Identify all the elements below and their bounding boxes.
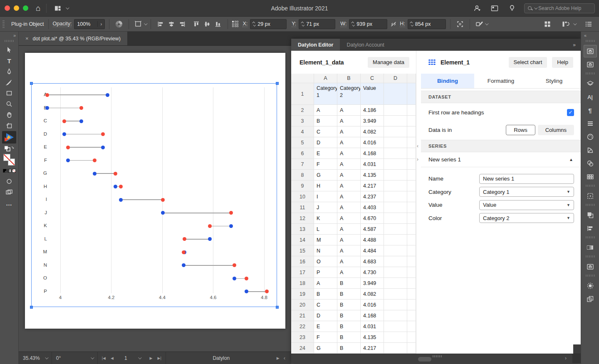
spreadsheet-cell[interactable]: A — [337, 170, 361, 181]
spreadsheet-cell[interactable]: 4.016 — [361, 137, 384, 148]
spreadsheet-cell[interactable]: A — [337, 126, 361, 137]
selection-tool[interactable] — [2, 45, 16, 55]
spreadsheet-cell[interactable]: 4.031 — [361, 321, 384, 332]
spreadsheet-cell[interactable] — [384, 267, 407, 278]
spreadsheet-cell[interactable] — [384, 116, 407, 126]
spreadsheet-cell[interactable]: A — [337, 116, 361, 126]
align-top-icon[interactable] — [191, 19, 202, 30]
spreadsheet-cell[interactable]: O — [314, 256, 337, 267]
series-accordion[interactable]: New series 1 ▲ — [421, 152, 581, 167]
drag-handle[interactable] — [586, 275, 595, 277]
opacity-label[interactable]: Opacity: — [53, 21, 72, 27]
lightbulb-icon[interactable] — [507, 3, 517, 14]
spreadsheet-cell[interactable]: 4.031 — [361, 159, 384, 170]
character-panel-button[interactable]: A| — [584, 91, 597, 103]
row-number-cell[interactable]: 14 — [291, 235, 314, 245]
spreadsheet-cell[interactable]: E — [314, 321, 337, 332]
spreadsheet-cell[interactable]: Category 2 — [337, 83, 361, 105]
spreadsheet-cell[interactable]: 4.730 — [361, 267, 384, 278]
drag-handle[interactable] — [586, 185, 595, 187]
h-field[interactable]: 854 px — [408, 19, 446, 29]
spreadsheet-cell[interactable] — [384, 310, 407, 321]
spreadsheet-cell[interactable]: A — [314, 105, 337, 116]
workspace-layout-icon[interactable] — [560, 19, 571, 30]
spreadsheet-cell[interactable]: 4.082 — [361, 126, 384, 137]
rectangle-tool[interactable] — [2, 88, 16, 99]
spreadsheet-cell[interactable] — [407, 278, 416, 289]
spreadsheet-cell[interactable]: A — [337, 202, 361, 213]
column-header-cell[interactable] — [407, 74, 416, 83]
spreadsheet-cell[interactable]: B — [314, 289, 337, 300]
spreadsheet-cell[interactable] — [407, 224, 416, 235]
w-label[interactable]: W: — [340, 21, 347, 27]
spreadsheet-cell[interactable] — [407, 321, 416, 332]
spreadsheet-cell[interactable] — [384, 256, 407, 267]
spreadsheet-cell[interactable] — [407, 300, 416, 310]
play-icon[interactable]: ▶ — [277, 356, 284, 360]
spreadsheet-cell[interactable] — [384, 300, 407, 310]
spreadsheet-cell[interactable] — [407, 267, 416, 278]
spreadsheet-cell[interactable]: A — [337, 213, 361, 224]
column-header-cell[interactable] — [291, 74, 314, 83]
graphic-styles-panel-button[interactable] — [584, 58, 597, 71]
spreadsheet-cell[interactable]: E — [314, 148, 337, 159]
column-header-cell[interactable]: D — [384, 74, 407, 83]
last-artboard-icon[interactable]: ▶| — [158, 356, 161, 360]
zoom-tool[interactable] — [2, 99, 16, 109]
help-button[interactable]: Help — [552, 57, 573, 68]
spreadsheet-cell[interactable] — [384, 148, 407, 159]
close-tab-icon[interactable]: × — [25, 35, 29, 42]
artboard-tool[interactable] — [2, 120, 16, 131]
spreadsheet-cell[interactable] — [384, 202, 407, 213]
image-trace-panel-button[interactable] — [584, 280, 597, 292]
spreadsheet-cell[interactable]: F — [314, 159, 337, 170]
spreadsheet-cell[interactable] — [384, 289, 407, 300]
spreadsheet-cell[interactable]: D — [314, 137, 337, 148]
select-chart-button[interactable]: Select chart — [509, 57, 547, 68]
y-label[interactable]: Y: — [292, 21, 296, 27]
tab-datylon-account[interactable]: Datylon Account — [340, 39, 391, 51]
fill-stroke-indicator[interactable] — [2, 154, 16, 165]
panel-scrollbar[interactable] — [573, 344, 581, 354]
row-number-cell[interactable]: 15 — [291, 245, 314, 256]
rotation-control[interactable]: 0° — [52, 352, 98, 364]
spreadsheet-cell[interactable] — [407, 116, 416, 126]
pen-tool[interactable] — [2, 66, 16, 77]
spreadsheet-cell[interactable]: F — [314, 332, 337, 343]
spreadsheet-cell[interactable]: B — [337, 289, 361, 300]
spreadsheet-cell[interactable]: 4.670 — [361, 213, 384, 224]
x-field[interactable]: 29 px — [250, 19, 287, 29]
chevron-left-icon[interactable]: ‹ — [284, 355, 291, 361]
recolor-artwork-icon[interactable] — [114, 19, 124, 30]
row-number-cell[interactable]: 16 — [291, 256, 314, 267]
spreadsheet-cell[interactable]: 4.403 — [361, 202, 384, 213]
row-number-cell[interactable]: 11 — [291, 202, 314, 213]
spreadsheet-cell[interactable]: B — [337, 343, 361, 354]
spreadsheet-cell[interactable]: J — [314, 202, 337, 213]
row-number-cell[interactable]: 17 — [291, 267, 314, 278]
align-center-horizontal-icon[interactable] — [166, 19, 177, 30]
color-type-buttons[interactable] — [2, 165, 16, 176]
spreadsheet-cell[interactable]: A — [337, 181, 361, 191]
tab-styling[interactable]: Styling — [527, 74, 581, 88]
align-bottom-icon[interactable] — [213, 19, 223, 30]
h-label[interactable]: H: — [400, 21, 405, 27]
spreadsheet-cell[interactable]: 3.949 — [361, 116, 384, 126]
spreadsheet-cell[interactable]: A — [337, 256, 361, 267]
help-search-input[interactable]: Search Adobe Help — [524, 3, 595, 13]
spreadsheet-cell[interactable] — [407, 289, 416, 300]
drag-handle[interactable] — [586, 236, 595, 238]
spreadsheet-cell[interactable] — [384, 213, 407, 224]
menu-list-icon[interactable] — [583, 19, 594, 30]
row-number-cell[interactable]: 6 — [291, 148, 314, 159]
hand-tool[interactable] — [2, 109, 16, 120]
row-number-cell[interactable]: 4 — [291, 126, 314, 137]
spreadsheet-cell[interactable]: 4.135 — [361, 170, 384, 181]
reference-point-selector[interactable] — [232, 21, 238, 27]
spreadsheet-cell[interactable]: B — [337, 332, 361, 343]
spreadsheet-cell[interactable] — [384, 224, 407, 235]
spreadsheet-cell[interactable]: N — [314, 245, 337, 256]
row-number-cell[interactable]: 21 — [291, 310, 314, 321]
row-number-cell[interactable]: 2 — [291, 105, 314, 116]
spreadsheet-cell[interactable] — [407, 213, 416, 224]
